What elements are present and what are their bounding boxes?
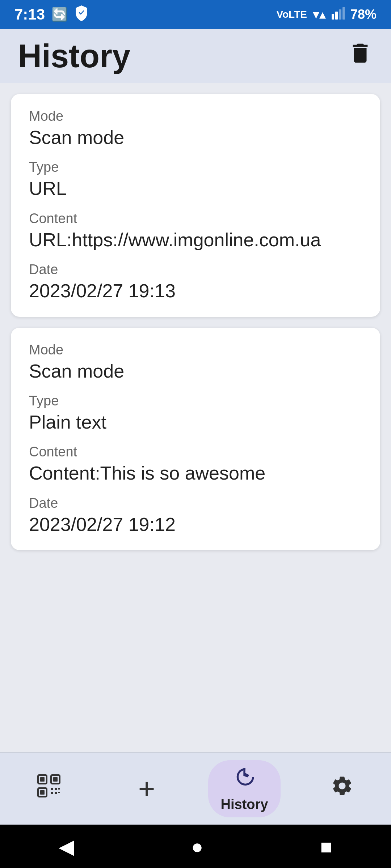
date-value-1: 2023/02/27 19:13 (29, 280, 362, 302)
type-value-2: Plain text (29, 411, 362, 433)
type-label-1: Type (29, 159, 362, 175)
mode-value-2: Scan mode (29, 360, 362, 382)
app-bar: History (0, 29, 391, 83)
svg-rect-14 (58, 792, 60, 793)
content-value-2: Content:This is so awesome (29, 462, 362, 484)
recent-button[interactable]: ■ (320, 835, 333, 858)
volte-icon: VoLTE (276, 9, 307, 20)
status-bar: 7:13 🔄 VoLTE ▾▴ 78% (0, 0, 391, 29)
svg-rect-1 (335, 12, 338, 20)
status-right: VoLTE ▾▴ 78% (276, 7, 377, 23)
svg-rect-9 (40, 790, 45, 795)
history-icon (233, 765, 256, 794)
svg-rect-2 (339, 9, 341, 20)
back-button[interactable]: ◀ (59, 835, 74, 858)
type-label-2: Type (29, 393, 362, 409)
svg-rect-13 (55, 792, 57, 794)
add-icon: + (138, 774, 155, 803)
mode-label-1: Mode (29, 109, 362, 124)
nav-item-history[interactable]: History (208, 760, 281, 817)
svg-rect-10 (51, 788, 53, 790)
delete-button[interactable] (348, 41, 373, 72)
type-value-1: URL (29, 177, 362, 200)
status-left: 7:13 🔄 (14, 5, 89, 24)
svg-rect-5 (40, 777, 45, 782)
qr-scan-icon (37, 774, 61, 804)
wifi-icon: ▾▴ (313, 7, 326, 22)
content-area: Mode Scan mode Type URL Content URL:http… (0, 83, 391, 561)
date-label-2: Date (29, 495, 362, 511)
sync-icon: 🔄 (51, 7, 68, 22)
mode-label-2: Mode (29, 342, 362, 358)
signal-icon (332, 7, 345, 23)
content-label-1: Content (29, 211, 362, 226)
settings-icon (331, 774, 354, 803)
shield-icon (74, 5, 89, 24)
date-label-1: Date (29, 262, 362, 277)
history-card-2: Mode Scan mode Type Plain text Content C… (11, 328, 380, 550)
svg-rect-7 (53, 777, 58, 782)
nav-label-history: History (221, 797, 268, 812)
svg-rect-0 (332, 14, 334, 20)
svg-rect-3 (342, 7, 345, 20)
mode-value-1: Scan mode (29, 126, 362, 149)
system-nav: ◀ ● ■ (0, 825, 391, 868)
nav-item-settings[interactable] (306, 774, 378, 803)
battery-icon: 78% (350, 7, 377, 22)
svg-rect-15 (58, 788, 60, 790)
history-card-1: Mode Scan mode Type URL Content URL:http… (11, 94, 380, 317)
content-label-2: Content (29, 444, 362, 460)
bottom-nav: + History (0, 752, 391, 825)
home-button[interactable]: ● (191, 835, 203, 858)
svg-rect-12 (51, 792, 53, 794)
status-time: 7:13 (14, 6, 45, 23)
content-value-1: URL:https://www.imgonline.com.ua (29, 229, 362, 251)
svg-rect-11 (55, 788, 57, 790)
date-value-2: 2023/02/27 19:12 (29, 513, 362, 536)
nav-item-scan[interactable] (13, 774, 85, 804)
nav-item-add[interactable]: + (110, 774, 183, 803)
page-title: History (18, 38, 130, 75)
